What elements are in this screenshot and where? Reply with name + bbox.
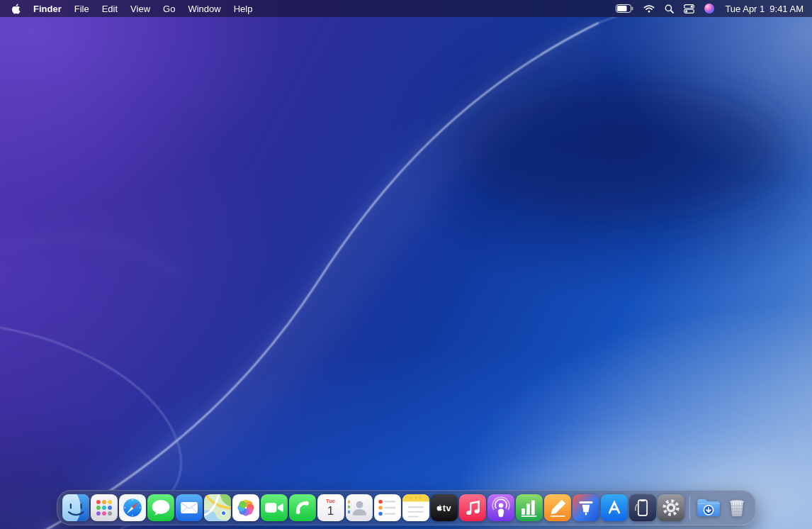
dock-item-tv[interactable]: tv xyxy=(431,494,458,521)
dock-item-finder[interactable] xyxy=(62,494,89,521)
downloads-folder-icon xyxy=(695,494,722,521)
dock-item-system-settings[interactable] xyxy=(658,494,684,521)
menu-bar-left: Finder File Edit View Go Window Help xyxy=(6,0,259,17)
calendar-day: 1 xyxy=(327,505,334,517)
dock-item-facetime[interactable] xyxy=(261,494,288,521)
dock-item-notes[interactable] xyxy=(402,494,429,521)
reminders-icon xyxy=(374,494,401,521)
calendar-weekday: Tue xyxy=(326,499,335,504)
menu-window[interactable]: Window xyxy=(181,0,227,17)
menu-file[interactable]: File xyxy=(68,0,96,17)
dock-item-photos[interactable] xyxy=(232,494,259,521)
safari-icon xyxy=(119,494,146,521)
wallpaper-wave-overlay xyxy=(0,0,812,529)
dock-item-launchpad[interactable] xyxy=(91,494,118,521)
maps-icon xyxy=(204,494,231,521)
menu-go[interactable]: Go xyxy=(157,0,181,17)
siri-orb xyxy=(704,4,714,13)
desktop-wallpaper[interactable]: Finder File Edit View Go Window Help xyxy=(0,0,812,529)
dock-item-contacts[interactable] xyxy=(346,494,373,521)
apple-logo-small-icon xyxy=(436,504,442,511)
control-center-icon[interactable] xyxy=(679,0,699,17)
active-app-menu[interactable]: Finder xyxy=(27,0,68,17)
pages-icon xyxy=(544,494,571,521)
app-store-icon xyxy=(601,494,628,521)
menu-bar: Finder File Edit View Go Window Help xyxy=(0,0,812,17)
dock-item-safari[interactable] xyxy=(119,494,146,521)
dock-container: Tue 1 xyxy=(0,490,812,525)
dock-item-pages[interactable] xyxy=(544,494,571,521)
keynote-icon xyxy=(573,494,599,521)
podcasts-icon xyxy=(487,494,514,521)
dock-item-keynote[interactable] xyxy=(573,494,599,521)
battery-icon[interactable] xyxy=(611,0,638,17)
messages-icon xyxy=(147,494,174,521)
dock-item-calendar[interactable]: Tue 1 xyxy=(317,494,344,521)
mail-icon xyxy=(176,494,203,521)
wifi-icon[interactable] xyxy=(638,0,660,17)
system-settings-icon xyxy=(658,494,684,521)
apple-logo-icon xyxy=(11,4,21,14)
menu-bar-right: Tue Apr 1 9:41 AM xyxy=(611,0,805,17)
dock-item-mail[interactable] xyxy=(176,494,203,521)
dock-item-downloads[interactable] xyxy=(695,494,722,521)
dock-item-trash[interactable] xyxy=(723,494,750,521)
photos-icon xyxy=(232,494,259,521)
dock-item-phone[interactable] xyxy=(289,494,316,521)
dock-item-maps[interactable] xyxy=(204,494,231,521)
dock-item-messages[interactable] xyxy=(147,494,174,521)
trash-icon xyxy=(723,494,750,521)
launchpad-icon xyxy=(91,494,118,521)
dock: Tue 1 xyxy=(57,490,756,525)
phone-icon xyxy=(289,494,316,521)
iphone-mirroring-icon xyxy=(629,494,656,521)
apple-menu[interactable] xyxy=(6,0,27,17)
dock-item-numbers[interactable] xyxy=(516,494,543,521)
facetime-icon xyxy=(261,494,288,521)
dock-item-app-store[interactable] xyxy=(601,494,628,521)
numbers-icon xyxy=(516,494,543,521)
dock-item-music[interactable] xyxy=(459,494,486,521)
dock-item-podcasts[interactable] xyxy=(487,494,514,521)
notes-icon xyxy=(402,494,429,521)
tv-label-text: tv xyxy=(443,503,452,513)
siri-icon[interactable] xyxy=(699,0,719,17)
dock-item-reminders[interactable] xyxy=(374,494,401,521)
dock-separator xyxy=(689,496,690,520)
clock-time: 9:41 AM xyxy=(769,4,803,14)
menu-edit[interactable]: Edit xyxy=(96,0,124,17)
music-icon xyxy=(459,494,486,521)
spotlight-icon[interactable] xyxy=(660,0,679,17)
dock-item-iphone-mirroring[interactable] xyxy=(629,494,656,521)
finder-icon xyxy=(62,494,89,521)
clock-date: Tue Apr 1 xyxy=(725,4,765,14)
contacts-icon xyxy=(346,494,373,521)
tv-logo: tv xyxy=(436,503,452,513)
menu-view[interactable]: View xyxy=(124,0,157,17)
menu-bar-clock[interactable]: Tue Apr 1 9:41 AM xyxy=(719,4,805,14)
menu-help[interactable]: Help xyxy=(227,0,259,17)
